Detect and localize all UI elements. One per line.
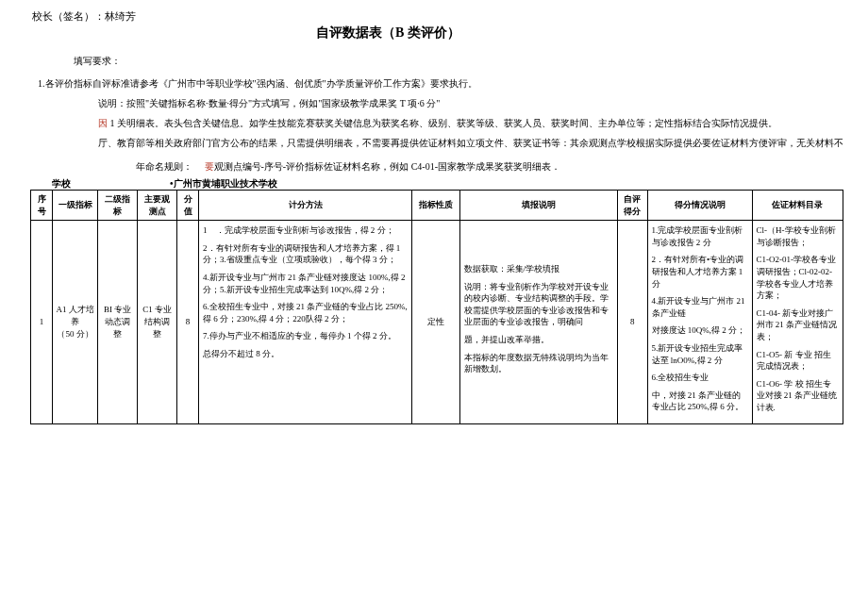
th-seq: 序号 [31,191,53,221]
highlight-char: 因 [98,118,108,128]
th-materials: 佐证材料目录 [752,191,843,221]
cell-instruction: 数据获取：采集/学校填报说明：将专业剖析作为学校对开设专业的校内诊断、专业结构调… [459,221,618,423]
cell-level2: BI 专业动态调整 [98,221,138,423]
paragraph-3: 因 1 关明细表。表头包含关键信息。如学生技能竞赛获奖关键信息为获奖名称、级别、… [98,117,777,130]
evaluation-table: 序号 一级指标 二级指标 主要观测点 分值 计分方法 指标性质 填报说明 自评得… [30,190,843,424]
fill-requirement-label: 填写要求： [74,55,121,68]
naming-rule-highlight: 要 [205,161,214,172]
th-nature: 指标性质 [412,191,459,221]
paragraph-5: 年命名规则： 要观测点编号-序号-评价指标佐证材料名称，例如 C4-01-国家教… [136,160,560,174]
materials-text: Cl-（H-学校专业剖析与诊断报告；C1-O2-01-学校各专业调研报告；Cl-… [757,224,839,413]
th-score-value: 分值 [176,191,198,221]
method-text: 1 ．完成学校层面专业剖析与诊改报告，得 2 分；2．有针对所有专业的调研报告和… [203,224,408,359]
th-score-desc: 得分情况说明 [647,191,752,221]
th-instruction: 填报说明 [459,191,618,221]
cell-nature: 定性 [412,221,459,423]
school-name: •广州市黄埔职业技术学校 [170,177,277,191]
paragraph-2: 说明：按照"关键指标名称·数量·得分"方式填写，例如"国家级教学成果奖 T 项·… [98,97,440,110]
th-level1: 一级指标 [53,191,98,221]
document-title: 自评数据表（B 类评价） [316,25,476,41]
school-label: 学校 [52,177,71,191]
cell-method: 1 ．完成学校层面专业剖析与诊改报告，得 2 分；2．有针对所有专业的调研报告和… [199,221,412,423]
cell-materials: Cl-（H-学校专业剖析与诊断报告；C1-O2-01-学校各专业调研报告；Cl-… [752,221,843,423]
instruction-text: 数据获取：采集/学校填报说明：将专业剖析作为学校对开设专业的校内诊断、专业结构调… [464,263,614,375]
table-row: 1 A1 人才培养（50 分） BI 专业动态调整 C1 专业结构调整 8 1 … [31,221,843,423]
th-method: 计分方法 [199,191,412,221]
th-level3: 主要观测点 [138,191,177,221]
cell-self-score: 8 [618,221,647,423]
cell-score-desc: 1.完成学校层面专业剖析与诊改报告 2 分2．有针对所有•专业的调研报告和人才培… [647,221,752,423]
cell-seq: 1 [31,221,53,423]
paragraph-4: 厅、教育部等相关政府部门官方公布的结果，只需提供明细表，不需要再提供佐证材料如立… [98,137,843,150]
th-level2: 二级指标 [98,191,138,221]
signature-line: 校长（签名）：林绮芳 [32,9,136,24]
paragraph-1: 1.各评价指标自评标准请参考《广州市中等职业学校"强内涵、创优质"办学质量评价工… [38,77,477,91]
naming-rule-label: 年命名规则： [136,161,192,172]
score-desc-text: 1.完成学校层面专业剖析与诊改报告 2 分2．有针对所有•专业的调研报告和人才培… [652,224,748,413]
cell-level3: C1 专业结构调整 [138,221,177,423]
table-header-row: 序号 一级指标 二级指标 主要观测点 分值 计分方法 指标性质 填报说明 自评得… [31,191,843,221]
naming-rule-text: 观测点编号-序号-评价指标佐证材料名称，例如 C4-01-国家教学成果奖获奖明细… [214,161,561,172]
cell-level1: A1 人才培养（50 分） [53,221,98,423]
th-self-score: 自评得分 [618,191,647,221]
cell-score-value: 8 [176,221,198,423]
